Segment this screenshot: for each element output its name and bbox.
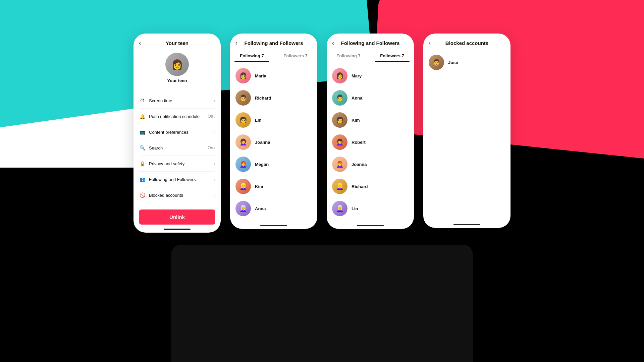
menu-item-blocked-accounts[interactable]: 🚫 Blocked accounts › [139, 187, 215, 203]
menu-label-search: Search [149, 145, 208, 150]
user-name: Robert [352, 140, 366, 145]
teen-profile-section: 👩 Your teen [133, 50, 221, 87]
user-name: Richard [352, 184, 368, 189]
phone4-header: ‹ Blocked accounts [423, 34, 511, 50]
phone2-title: Following and Followers [245, 40, 303, 46]
bell-icon: 🔔 [139, 113, 146, 120]
menu-right-screen-time: › [214, 98, 215, 103]
phone-blocked: ‹ Blocked accounts 👨 Jose [423, 34, 511, 228]
phone2-bottom-bar [260, 225, 287, 226]
list-item[interactable]: 👩 Mary [327, 65, 414, 87]
user-avatar: 👱‍♀️ [235, 179, 251, 194]
tab-following-active[interactable]: Following 7 [230, 50, 274, 62]
menu-right-blocked-accounts: › [214, 192, 215, 198]
list-item[interactable]: 👱‍♀️ Richard [327, 175, 414, 197]
list-item[interactable]: 👩‍🦰 Joanna [327, 153, 414, 175]
phone3-header: ‹ Following and Followers [327, 34, 414, 50]
chevron-privacy-safety: › [214, 161, 215, 166]
list-item[interactable]: 👩‍🦳 Anna [230, 197, 317, 220]
phone3-bottom-bar [357, 225, 384, 226]
menu-item-content-preferences[interactable]: 📺 Content preferences › [139, 124, 215, 140]
settings-menu-list: ⏱ Screen time › 🔔 Push notification sche… [133, 93, 221, 203]
list-item[interactable]: 👨 Jose [423, 51, 511, 73]
menu-item-privacy-safety[interactable]: 🔒 Privacy and safety › [139, 156, 215, 172]
phone1-header: ‹ Your teen [133, 34, 221, 50]
menu-item-following-followers[interactable]: 👥 Following and Followers › [139, 172, 215, 187]
phone2-back-button[interactable]: ‹ [235, 40, 237, 47]
tab-following-inactive[interactable]: Following 7 [327, 50, 370, 62]
menu-label-screen-time: Screen time [149, 98, 214, 103]
phone1-bottom-bar [164, 229, 191, 230]
unlink-button[interactable]: Unlink [139, 209, 215, 225]
teen-avatar-icon: 👩 [171, 59, 183, 70]
list-item[interactable]: 👩‍🦱 Robert [327, 131, 414, 153]
search-icon: 🔍 [139, 144, 146, 151]
user-avatar: 👨 [332, 90, 347, 106]
phone-your-teen: ‹ Your teen 👩 Your teen ⏱ Screen time › … [133, 34, 221, 233]
tab-followers-inactive[interactable]: Followers 7 [274, 50, 317, 62]
user-avatar: 👩 [332, 68, 347, 83]
list-item[interactable]: 👱‍♀️ Kim [230, 175, 317, 197]
chevron-push-notification: › [214, 114, 215, 119]
user-avatar: 👩 [235, 68, 251, 83]
user-name: Jose [448, 60, 458, 65]
user-name: Lin [255, 118, 262, 123]
phone1-back-button[interactable]: ‹ [139, 40, 141, 47]
phone2-header: ‹ Following and Followers [230, 34, 317, 50]
list-item[interactable]: 🧑 Lin [230, 109, 317, 131]
menu-right-push-notification: On › [208, 114, 215, 119]
user-name: Joanna [352, 162, 367, 167]
phone2-tabs: Following 7 Followers 7 [230, 50, 317, 62]
phone4-back-button[interactable]: ‹ [429, 40, 431, 47]
list-item[interactable]: 👨 Richard [230, 87, 317, 109]
clock-icon: ⏱ [139, 97, 146, 104]
user-avatar: 👨 [429, 55, 444, 70]
user-avatar: 👩‍🦰 [235, 157, 251, 172]
user-name: Joanna [255, 140, 270, 145]
list-item[interactable]: 👨 Anna [327, 87, 414, 109]
phone-followers: ‹ Following and Followers Following 7 Fo… [327, 34, 414, 229]
chevron-content-preferences: › [214, 129, 215, 135]
lock-icon: 🔒 [139, 160, 146, 167]
list-item[interactable]: 👩‍🦰 Megan [230, 153, 317, 175]
menu-item-push-notification[interactable]: 🔔 Push notification schedule On › [139, 109, 215, 124]
profile-divider [133, 90, 221, 90]
chevron-blocked-accounts: › [214, 192, 215, 198]
list-item[interactable]: 👩‍🦳 Lin [327, 197, 414, 220]
phone3-title: Following and Followers [341, 40, 400, 46]
phone3-tabs: Following 7 Followers 7 [327, 50, 414, 62]
tab-followers-active[interactable]: Followers 7 [370, 50, 414, 62]
menu-right-content-preferences: › [214, 129, 215, 135]
list-item[interactable]: 👩‍🦱 Joanna [230, 131, 317, 153]
user-name: Lin [352, 206, 358, 211]
blocked-icon: 🚫 [139, 192, 146, 198]
user-avatar: 👨 [235, 90, 251, 106]
list-item[interactable]: 🧑 Kim [327, 109, 414, 131]
user-name: Maria [255, 73, 266, 78]
user-name: Mary [352, 73, 362, 78]
phone4-bottom-bar [453, 224, 480, 225]
user-avatar: 👩‍🦱 [332, 134, 347, 150]
user-name: Kim [352, 118, 360, 123]
menu-item-search[interactable]: 🔍 Search On › [139, 140, 215, 156]
user-avatar: 🧑 [235, 112, 251, 128]
user-avatar: 👩‍🦳 [332, 201, 347, 216]
menu-label-privacy-safety: Privacy and safety [149, 161, 214, 166]
menu-label-content-preferences: Content preferences [149, 130, 214, 135]
user-name: Anna [352, 96, 363, 101]
phone-following: ‹ Following and Followers Following 7 Fo… [230, 34, 317, 229]
user-name: Anna [255, 206, 266, 211]
menu-right-search: On › [208, 145, 215, 150]
user-avatar: 👱‍♀️ [332, 179, 347, 194]
menu-value-push-notification: On [208, 114, 213, 119]
menu-label-blocked-accounts: Blocked accounts [149, 193, 214, 198]
phone1-title: Your teen [166, 40, 189, 46]
user-name: Megan [255, 162, 269, 167]
bg-black-shape [171, 245, 473, 362]
menu-item-screen-time[interactable]: ⏱ Screen time › [139, 93, 215, 109]
menu-label-push-notification: Push notification schedule [149, 114, 208, 119]
teen-profile-name: Your teen [167, 78, 187, 83]
phone3-back-button[interactable]: ‹ [332, 40, 334, 47]
list-item[interactable]: 👩 Maria [230, 65, 317, 87]
user-name: Kim [255, 184, 263, 189]
